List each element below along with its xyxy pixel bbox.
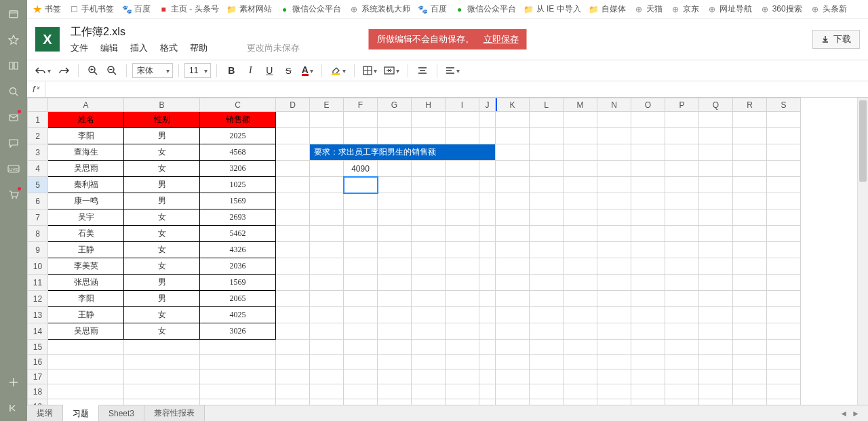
cell[interactable]: [310, 226, 344, 242]
cell[interactable]: [767, 226, 801, 242]
cell[interactable]: 4568: [200, 144, 276, 161]
cell[interactable]: [446, 161, 479, 177]
column-header[interactable]: O: [631, 98, 665, 112]
rail-live-icon[interactable]: LIVE: [7, 163, 20, 175]
cell[interactable]: [699, 399, 733, 405]
cell[interactable]: [733, 161, 767, 177]
cell[interactable]: [310, 258, 344, 275]
row-header[interactable]: 13: [28, 307, 48, 323]
cell[interactable]: 女: [124, 258, 200, 275]
cell[interactable]: 李阳: [48, 128, 124, 144]
cell[interactable]: [200, 355, 276, 369]
cell[interactable]: 4025: [200, 307, 276, 323]
cell[interactable]: [276, 340, 310, 355]
cell[interactable]: [733, 355, 767, 369]
cell[interactable]: [665, 226, 699, 242]
cell[interactable]: [564, 242, 597, 258]
cell[interactable]: [631, 209, 665, 226]
cell[interactable]: [564, 323, 597, 340]
cell[interactable]: 2036: [200, 258, 276, 275]
cell[interactable]: [310, 193, 344, 209]
cell[interactable]: [378, 226, 412, 242]
cell[interactable]: [378, 193, 412, 209]
cell[interactable]: [479, 128, 496, 144]
cell[interactable]: [597, 226, 631, 242]
cell[interactable]: [310, 384, 344, 399]
cell[interactable]: [446, 275, 479, 291]
cell[interactable]: [699, 144, 733, 161]
cell[interactable]: [631, 355, 665, 369]
cell[interactable]: [344, 177, 378, 193]
bookmark-item[interactable]: ⊕头条新: [810, 3, 847, 15]
cell[interactable]: 张思涵: [48, 275, 124, 291]
cell[interactable]: [412, 161, 446, 177]
sheet-tab[interactable]: 习题: [63, 405, 99, 421]
cell[interactable]: [767, 242, 801, 258]
row-header[interactable]: 5: [28, 177, 48, 193]
column-header[interactable]: B: [124, 98, 200, 112]
cell[interactable]: 王静: [48, 307, 124, 323]
cell[interactable]: [631, 226, 665, 242]
cell[interactable]: [733, 193, 767, 209]
cell[interactable]: [446, 355, 479, 369]
cell[interactable]: [699, 161, 733, 177]
cell[interactable]: [446, 242, 479, 258]
cell[interactable]: [496, 177, 530, 193]
rail-search-icon[interactable]: [7, 85, 20, 98]
cell[interactable]: [200, 369, 276, 384]
cell[interactable]: [665, 355, 699, 369]
cell[interactable]: [310, 112, 344, 128]
cell[interactable]: [733, 242, 767, 258]
cell[interactable]: [496, 193, 530, 209]
column-header[interactable]: Q: [699, 98, 733, 112]
row-header[interactable]: 3: [28, 144, 48, 161]
cell[interactable]: [564, 355, 597, 369]
cell[interactable]: [378, 323, 412, 340]
bookmark-item[interactable]: ⊕天猫: [634, 3, 663, 15]
column-header[interactable]: P: [665, 98, 699, 112]
cell[interactable]: [310, 209, 344, 226]
cell[interactable]: [564, 307, 597, 323]
cell[interactable]: [276, 384, 310, 399]
cell[interactable]: [631, 112, 665, 128]
cell[interactable]: [733, 209, 767, 226]
cell[interactable]: [631, 128, 665, 144]
cell[interactable]: [699, 193, 733, 209]
cell[interactable]: [564, 128, 597, 144]
cell[interactable]: 3206: [200, 161, 276, 177]
cell[interactable]: [446, 369, 479, 384]
row-header[interactable]: 15: [28, 340, 48, 355]
cell[interactable]: [124, 369, 200, 384]
menu-item[interactable]: 文件: [71, 42, 88, 54]
cell[interactable]: [564, 144, 597, 161]
menu-item[interactable]: 插入: [130, 42, 148, 54]
cell[interactable]: [767, 340, 801, 355]
cell[interactable]: 女: [124, 242, 200, 258]
cell[interactable]: [665, 161, 699, 177]
cell[interactable]: 性别: [124, 112, 200, 128]
cell[interactable]: [446, 323, 479, 340]
cell[interactable]: [530, 369, 564, 384]
cell[interactable]: [564, 399, 597, 405]
column-header[interactable]: G: [378, 98, 412, 112]
cell[interactable]: [446, 112, 479, 128]
cell[interactable]: [496, 323, 530, 340]
cell[interactable]: [344, 226, 378, 242]
cell[interactable]: [564, 384, 597, 399]
cell[interactable]: [446, 340, 479, 355]
cell[interactable]: [446, 384, 479, 399]
sheet-tab[interactable]: 兼容性报表: [144, 405, 205, 421]
cell[interactable]: [310, 128, 344, 144]
cell[interactable]: [344, 340, 378, 355]
cell[interactable]: [767, 307, 801, 323]
cell[interactable]: [378, 242, 412, 258]
cell[interactable]: [378, 340, 412, 355]
cell[interactable]: [665, 144, 699, 161]
cell[interactable]: [597, 193, 631, 209]
cell[interactable]: [530, 275, 564, 291]
cell[interactable]: 3026: [200, 323, 276, 340]
row-header[interactable]: 4: [28, 161, 48, 177]
cell[interactable]: [310, 275, 344, 291]
bookmark-item[interactable]: ⊕京东: [671, 3, 699, 15]
cell[interactable]: [733, 112, 767, 128]
